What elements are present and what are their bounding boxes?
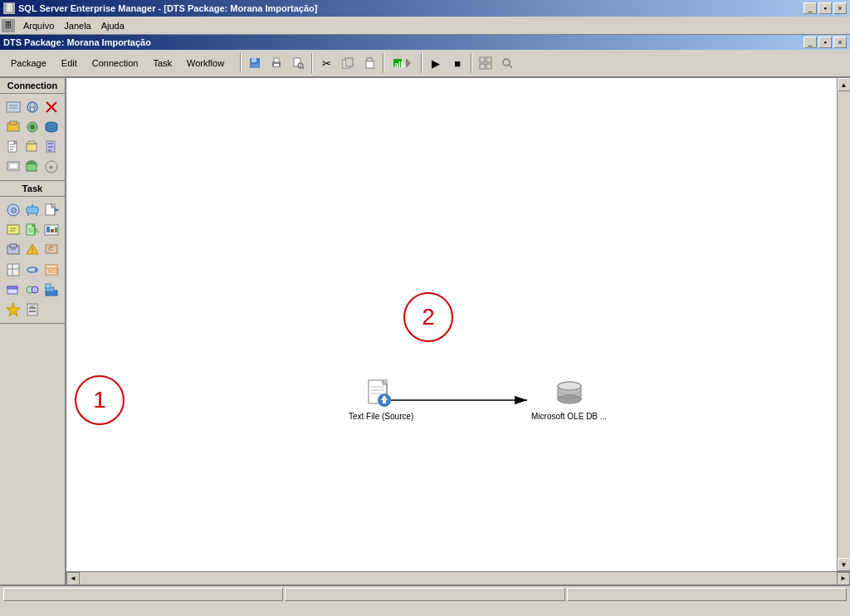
title-bar-controls[interactable]: _ ▪ × [804,2,847,14]
conn-icon-4[interactable] [5,119,22,135]
alb-button[interactable]: alb [388,53,418,73]
scrollbar-horizontal[interactable]: ◄ ► [66,571,850,584]
stop-button[interactable]: ■ [447,53,467,73]
conn-row-4: ✦ [2,157,63,177]
conn-icon-12[interactable]: ✦ [43,159,60,175]
dts-toolbar: Package Edit Connection Task Workflow ✂ … [0,50,850,78]
conn-icon-1[interactable] [5,99,22,115]
menu-ajuda[interactable]: Ajuda [96,19,129,32]
menu-workflow[interactable]: Workflow [179,55,232,71]
conn-icon-8[interactable] [24,139,41,155]
svg-rect-72 [51,229,54,232]
task-icon-16[interactable] [5,301,22,318]
canvas[interactable]: 1 2 [66,78,837,571]
scroll-up-btn[interactable]: ▲ [838,78,851,91]
task-icon-6[interactable] [43,222,60,238]
scrollbar-vertical[interactable]: ▲ ▼ [837,78,850,571]
task-icon-4[interactable] [5,222,22,238]
task-section: Task ⚙ [0,181,65,324]
svg-text:@: @ [49,246,56,253]
task-icon-2[interactable] [24,202,41,218]
scroll-track-h[interactable] [80,572,837,584]
svg-rect-44 [48,146,53,148]
conn-icon-5[interactable] [24,119,41,135]
menu-task[interactable]: Task [145,55,179,71]
close-btn[interactable]: × [833,2,847,14]
printpreview-button[interactable] [288,53,308,73]
toolbar-sep-1 [240,53,242,73]
svg-rect-5 [274,64,279,66]
toolbar-sep-4 [421,53,423,73]
scroll-down-btn[interactable]: ▼ [838,558,851,571]
zoom-button[interactable] [497,53,517,73]
svg-text:✦: ✦ [48,164,55,172]
svg-rect-54 [27,207,38,213]
menu-connection[interactable]: Connection [85,55,146,71]
ole-db-dest-node[interactable]: Microsoft OLE DB ... [531,377,607,421]
canvas-wrapper: 1 2 [66,78,850,584]
task-icon-15[interactable] [43,281,60,298]
menu-arquivo[interactable]: Arquivo [18,19,59,32]
task-icon-9[interactable]: @ [43,242,60,258]
task-header: Task [0,181,65,197]
task-icon-5[interactable]: SQL [24,222,41,238]
inner-maximize-btn[interactable]: ▪ [818,37,832,48]
cut-button[interactable]: ✂ [316,53,336,73]
conn-icon-7[interactable] [5,139,22,155]
svg-rect-1 [252,58,256,62]
task-icon-1[interactable]: ⚙ [5,202,22,218]
inner-close-btn[interactable]: × [833,37,847,48]
menu-package[interactable]: Package [3,55,54,71]
svg-rect-6 [294,58,300,66]
svg-point-79 [32,252,33,253]
copy-button[interactable] [338,53,358,73]
conn-icon-11[interactable] [24,159,41,175]
text-file-source-node[interactable]: Text File (Source) [349,377,413,421]
task-icon-10[interactable] [5,262,22,278]
scroll-track-v[interactable] [838,91,850,558]
svg-rect-48 [27,164,37,171]
menu-edit[interactable]: Edit [54,55,85,71]
svg-rect-98 [29,307,36,309]
conn-icon-10[interactable] [5,159,22,175]
minimize-btn[interactable]: _ [804,2,817,14]
task-row-6 [2,300,63,320]
task-icon-7[interactable] [5,242,22,258]
layout-button[interactable] [476,53,496,73]
conn-icon-6[interactable] [43,119,60,135]
svg-rect-10 [345,58,353,66]
scroll-right-btn[interactable]: ► [837,572,850,585]
task-row-2: SQL [2,220,63,240]
app-menu-bar: 🗄 Arquivo Janela Ajuda [0,17,850,35]
main-container: Connection [0,78,850,584]
conn-icon-2[interactable] [24,99,41,115]
svg-rect-12 [367,58,372,61]
task-icon-14[interactable] [24,281,41,298]
task-icon-3[interactable] [43,202,60,218]
menu-janela[interactable]: Janela [59,19,95,32]
title-bar-left: 🗄 SQL Server Enterprise Manager - [DTS P… [3,2,317,14]
inner-title-controls[interactable]: _ ▪ × [804,37,847,48]
inner-title-text: DTS Package: Morana Importação [3,37,151,47]
svg-rect-19 [486,64,491,69]
inner-minimize-btn[interactable]: _ [804,37,817,48]
task-icon-8[interactable] [24,242,41,258]
maximize-btn[interactable]: ▪ [818,2,832,14]
task-icon-13[interactable] [5,281,22,298]
task-icon-12[interactable]: MSG [43,262,60,278]
svg-rect-2 [251,64,259,68]
task-icon-17[interactable] [24,301,41,318]
run-button[interactable]: ▶ [426,53,446,73]
print-button[interactable] [266,53,286,73]
svg-point-114 [558,395,581,403]
scroll-left-btn[interactable]: ◄ [66,572,80,585]
svg-rect-83 [7,264,19,276]
paste-button[interactable] [359,53,379,73]
svg-point-115 [558,382,581,390]
conn-icon-3[interactable] [43,99,60,115]
task-icon-11[interactable] [24,262,41,278]
conn-icon-9[interactable] [43,139,60,155]
dts-menu: Package Edit Connection Task Workflow [3,55,232,71]
save-button[interactable] [245,53,265,73]
canvas-scroll-area: 1 2 [66,78,850,571]
